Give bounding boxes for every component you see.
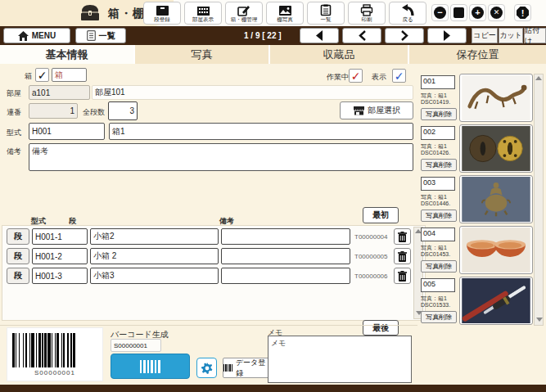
chevron-right-icon (401, 30, 408, 41)
row-name-input[interactable]: 小箱2 (90, 228, 219, 245)
photo-number-field[interactable]: 004 (421, 228, 455, 241)
header: 箱・棚 段登録 部屋表示 箱・棚管理 棚写真 (0, 0, 546, 26)
photo-thumbnail-bowls[interactable] (459, 226, 533, 274)
box-icon (156, 5, 169, 16)
memo-textarea[interactable]: メモ (268, 336, 412, 383)
list-button[interactable]: 一覧 (307, 2, 345, 25)
box-checkbox[interactable]: ✓ (35, 68, 49, 82)
tier-row-button[interactable]: 段 (7, 248, 29, 264)
zoom-in-button[interactable]: + (469, 4, 486, 21)
row-name-input[interactable]: 小箱3 (90, 268, 219, 284)
photo-caption: 写真：箱1 DSC01533. (421, 295, 458, 309)
edit-icon (237, 5, 250, 16)
data-register-button[interactable]: データ登録 (223, 358, 273, 378)
photo-number-field[interactable]: 002 (421, 126, 455, 140)
photo-number-field[interactable]: 003 (421, 177, 455, 191)
tiers-field[interactable]: 3 (108, 101, 138, 120)
navbar: MENU 一覧 1 / 9 [ 22 ] コピー カット 貼付け (0, 26, 546, 45)
copy-button[interactable]: コピー (472, 28, 498, 43)
trash-icon (398, 271, 407, 282)
chevron-left-icon (359, 30, 366, 41)
treasure-chest-icon (79, 3, 102, 23)
list-nav-button[interactable]: 一覧 (75, 28, 126, 43)
divider (0, 325, 417, 326)
barcode-image (12, 333, 97, 367)
photo-thumbnail-katana[interactable] (459, 277, 533, 325)
paste-button[interactable]: 貼付け (524, 28, 546, 43)
room-select-button[interactable]: 部屋選択 (340, 101, 413, 119)
prev-record-button[interactable] (342, 28, 381, 43)
row-remarks-input[interactable] (221, 268, 350, 284)
last-record-button[interactable] (427, 28, 467, 43)
room-display-button[interactable]: 部屋表示 (184, 2, 222, 25)
scroll-down-icon[interactable] (536, 318, 543, 322)
photo-delete-button[interactable]: 写真削除 (421, 108, 457, 120)
tier-register-button[interactable]: 段登録 (143, 2, 181, 25)
zoom-out-button[interactable]: − (431, 4, 449, 21)
photo-scrollbar[interactable] (534, 74, 544, 326)
photo-delete-button[interactable]: 写真削除 (421, 260, 457, 273)
tier-row-button[interactable]: 段 (7, 268, 29, 284)
scroll-up-icon[interactable] (535, 76, 542, 80)
print-button[interactable]: 印刷 (348, 2, 386, 25)
delete-row-button[interactable] (394, 248, 411, 264)
shelf-photo-button[interactable]: 棚写真 (266, 2, 304, 25)
exclamation-icon: ! (517, 7, 529, 19)
delete-row-button[interactable] (394, 268, 411, 284)
working-checkbox[interactable]: ✓ (349, 69, 363, 83)
photo-delete-button[interactable]: 写真削除 (421, 210, 457, 222)
display-checkbox[interactable]: ✓ (392, 69, 406, 83)
printer-icon (360, 4, 373, 16)
remarks-textarea[interactable]: 備考 (29, 143, 413, 171)
plus-circle-icon: + (472, 7, 484, 19)
alert-button[interactable]: ! (514, 4, 531, 21)
box-name-input[interactable]: 箱 (52, 68, 87, 82)
photo-number-field[interactable]: 005 (421, 278, 455, 292)
display-label: 表示 (372, 72, 386, 83)
photo-delete-button[interactable]: 写真削除 (421, 159, 457, 171)
trash-icon (398, 251, 407, 262)
barcode-text: S00000001 (34, 369, 75, 376)
tab-basic-info[interactable]: 基本情報 (0, 45, 135, 64)
close-button[interactable]: ✕ (488, 4, 505, 21)
tab-photos[interactable]: 写真 (135, 45, 270, 64)
barcode-value-field[interactable]: S00000001 (111, 339, 161, 352)
menu-button[interactable]: MENU (3, 28, 70, 43)
tiers-label: 全段数 (83, 107, 105, 118)
record-id: T00000005 (354, 253, 387, 260)
photo-thumbnail-dragon[interactable] (459, 74, 533, 122)
photo-thumbnail-censer[interactable] (459, 175, 533, 223)
delete-row-button[interactable] (394, 228, 411, 245)
room-label: 部屋 (7, 88, 21, 99)
tier-row-button[interactable]: 段 (7, 228, 29, 245)
row-model-input[interactable]: H001-2 (32, 248, 88, 264)
row-remarks-input[interactable] (221, 228, 350, 245)
app-title: 箱・棚 (108, 7, 145, 21)
photo-thumbnail-tsuba[interactable] (459, 124, 533, 173)
photo-number-field[interactable]: 001 (421, 75, 455, 89)
row-name-input[interactable]: 小箱 2 (90, 248, 219, 264)
stop-button[interactable] (450, 4, 467, 21)
photo-delete-button[interactable]: 写真削除 (421, 311, 457, 323)
row-model-input[interactable]: H001-1 (32, 228, 88, 245)
next-record-button[interactable] (385, 28, 424, 43)
barcode-generate-button[interactable] (111, 354, 190, 379)
barcode-panel: S00000001 (7, 327, 103, 381)
first-record-button[interactable] (300, 28, 339, 43)
last-button[interactable]: 最後 (363, 320, 399, 336)
first-button[interactable]: 最初 (363, 207, 399, 223)
shop-icon (353, 106, 365, 115)
row-remarks-input[interactable] (221, 248, 350, 264)
model-input[interactable]: H001 (29, 123, 105, 140)
tab-storage-location[interactable]: 保存位置 (409, 45, 546, 64)
cut-button[interactable]: カット (499, 28, 523, 43)
box-shelf-manage-button[interactable]: 箱・棚管理 (225, 2, 263, 25)
tab-collection[interactable]: 収蔵品 (270, 45, 409, 64)
back-button[interactable]: 戻る (389, 2, 426, 25)
back-arrow-icon (401, 4, 415, 16)
row-model-input[interactable]: H001-3 (32, 268, 88, 284)
record-id: T00000006 (354, 273, 387, 280)
settings-button[interactable] (196, 358, 217, 378)
model-name-input[interactable]: 箱1 (109, 123, 413, 140)
triangle-right-icon (443, 30, 451, 41)
